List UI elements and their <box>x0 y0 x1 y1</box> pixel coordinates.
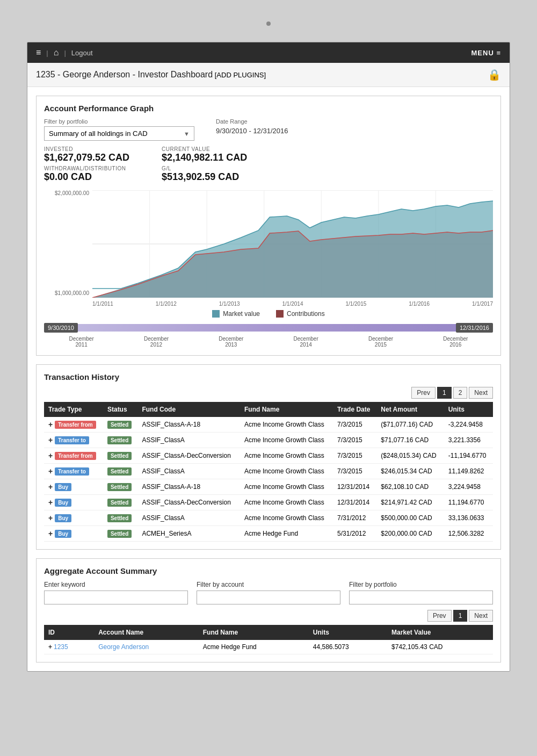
aggregate-summary-title: Aggregate Account Summary <box>44 566 493 575</box>
contributions-color <box>276 310 284 318</box>
menu-button[interactable]: MENU ≡ <box>471 49 501 57</box>
transaction-pagination: Prev 1 2 Next <box>44 387 493 399</box>
fund-name-cell: Acme Income Growth Class <box>240 448 333 464</box>
month-dec-2011: December 2011 <box>69 336 94 348</box>
hamburger-icon[interactable]: ≡ <box>36 48 41 57</box>
id-link[interactable]: 1235 <box>54 643 68 651</box>
fund-code-cell: ASSIF_ClassA-DecConversion <box>137 495 240 510</box>
x-label-2016: 1/1/2016 <box>409 301 430 307</box>
trade-date-cell: 5/31/2012 <box>333 526 376 542</box>
keyword-filter-group: Enter keyword <box>44 581 188 604</box>
fund-name-cell: Acme Income Growth Class <box>240 417 333 433</box>
x-label-2015: 1/1/2015 <box>345 301 366 307</box>
trade-date-cell: 12/31/2014 <box>333 479 376 495</box>
portfolio-filter-input[interactable] <box>349 591 493 604</box>
fund-name-cell: Acme Income Growth Class <box>240 479 333 495</box>
timeline-row: 9/30/2010 12/31/2016 <box>44 323 493 333</box>
invested-label: INVESTED <box>44 146 129 152</box>
gl-value: $513,902.59 CAD <box>162 171 247 183</box>
logout-link[interactable]: Logout <box>71 49 93 57</box>
trade-date-cell: 7/3/2015 <box>333 433 376 448</box>
table-row: + Transfer to Settled ASSIF_ClassA Acme … <box>44 464 493 479</box>
status-badge: Settled <box>107 452 132 460</box>
account-filter-label: Filter by account <box>197 581 340 588</box>
col-units: Units <box>444 402 493 417</box>
transaction-prev-button[interactable]: Prev <box>411 387 436 399</box>
month-dec-2014: December 2014 <box>294 336 318 348</box>
table-row: + Buy Settled ASSIF_ClassA-A-18 Acme Inc… <box>44 479 493 495</box>
timeline-months: December 2011 December 2012 December 201… <box>44 336 493 348</box>
aggregate-page1-button[interactable]: 1 <box>453 610 468 622</box>
transaction-next-button[interactable]: Next <box>469 387 493 399</box>
table-row: + Transfer from Settled ASSIF_ClassA-Dec… <box>44 448 493 464</box>
account-name-link[interactable]: George Anderson <box>98 643 149 651</box>
portfolio-select-value: Summary of all holdings in CAD <box>49 129 148 138</box>
date-range-group: Date Range 9/30/2010 - 12/31/2016 <box>216 118 288 135</box>
x-label-2014: 1/1/2014 <box>282 301 303 307</box>
table-row: + Buy Settled ACMEH_SeriesA Acme Hedge F… <box>44 526 493 542</box>
plus-icon: + <box>48 529 53 538</box>
aggregate-table-header: ID Account Name Fund Name Units Market V… <box>44 625 493 640</box>
chart-legend: Market value Contributions <box>44 310 493 318</box>
filter-row: Filter by portfolio Summary of all holdi… <box>44 118 493 141</box>
status-badge: Settled <box>107 483 132 491</box>
net-amount-cell: ($248,015.34) CAD <box>376 448 444 464</box>
trade-type-cell: + Transfer to <box>44 464 103 479</box>
status-cell: Settled <box>103 417 137 433</box>
agg-fund-name-cell: Acme Hedge Fund <box>199 640 309 654</box>
plus-icon: + <box>48 483 53 491</box>
status-badge: Settled <box>107 436 132 444</box>
date-range-value: 9/30/2010 - 12/31/2016 <box>216 127 288 135</box>
net-amount-cell: $200,000.00 CAD <box>376 526 444 542</box>
row-expander[interactable]: + 1235 <box>48 643 90 651</box>
aggregate-summary-section: Aggregate Account Summary Enter keyword … <box>36 558 501 663</box>
transaction-table-body: + Transfer from Settled ASSIF_ClassA-A-1… <box>44 417 493 542</box>
fund-name-cell: Acme Income Growth Class <box>240 510 333 526</box>
chart-x-labels: 1/1/2011 1/1/2012 1/1/2013 1/1/2014 1/1/… <box>92 301 493 307</box>
transaction-page1-button[interactable]: 1 <box>437 387 452 399</box>
aggregate-prev-button[interactable]: Prev <box>427 610 452 622</box>
aggregate-pagination: Prev 1 Next <box>44 610 493 622</box>
fund-code-cell: ACMEH_SeriesA <box>137 526 240 542</box>
col-fund-code: Fund Code <box>137 402 240 417</box>
units-cell: -3,224.9458 <box>444 417 493 433</box>
status-cell: Settled <box>103 464 137 479</box>
transaction-table: Trade Type Status Fund Code Fund Name Tr… <box>44 402 493 542</box>
timeline-end-badge: 12/31/2016 <box>456 323 493 333</box>
status-cell: Settled <box>103 495 137 510</box>
agg-market-value-cell: $742,105.43 CAD <box>387 640 493 654</box>
fund-code-cell: ASSIF_ClassA <box>137 433 240 448</box>
account-filter-input[interactable] <box>197 591 340 604</box>
timeline-bar[interactable] <box>78 324 456 332</box>
legend-market-value-label: Market value <box>223 310 260 318</box>
legend-market-value: Market value <box>212 310 260 318</box>
aggregate-table-body: + 1235 George Anderson Acme Hedge Fund 4… <box>44 640 493 654</box>
month-dec-2015: December 2015 <box>368 336 393 348</box>
status-cell: Settled <box>103 479 137 495</box>
net-amount-cell: $71,077.16 CAD <box>376 433 444 448</box>
trade-date-cell: 7/31/2012 <box>333 510 376 526</box>
agg-col-account-name: Account Name <box>94 625 199 640</box>
date-range-label: Date Range <box>216 118 288 125</box>
table-row: + Transfer from Settled ASSIF_ClassA-A-1… <box>44 417 493 433</box>
keyword-input[interactable] <box>44 591 188 604</box>
lock-icon: 🔒 <box>488 68 501 81</box>
performance-graph-title: Account Performance Graph <box>44 104 493 113</box>
fund-name-cell: Acme Income Growth Class <box>240 464 333 479</box>
add-plugins-link[interactable]: [ADD PLUGINS] <box>215 71 266 79</box>
trade-type-badge: Buy <box>55 499 71 507</box>
agg-col-fund-name: Fund Name <box>199 625 309 640</box>
withdrawal-value: $0.00 CAD <box>44 171 129 183</box>
gl-label: G/L <box>162 165 247 171</box>
keyword-label: Enter keyword <box>44 581 188 588</box>
trade-type-cell: + Buy <box>44 479 103 495</box>
home-icon[interactable]: ⌂ <box>54 48 59 57</box>
transaction-page2-button[interactable]: 2 <box>453 387 468 399</box>
market-value-color <box>212 310 220 318</box>
performance-chart <box>92 190 493 298</box>
portfolio-select[interactable]: Summary of all holdings in CAD ▼ <box>44 126 194 141</box>
month-dec-2013: December 2013 <box>219 336 243 348</box>
status-badge: Settled <box>107 530 132 538</box>
aggregate-next-button[interactable]: Next <box>469 610 493 622</box>
page-title: 1235 - George Anderson - Investor Dashbo… <box>36 70 266 80</box>
